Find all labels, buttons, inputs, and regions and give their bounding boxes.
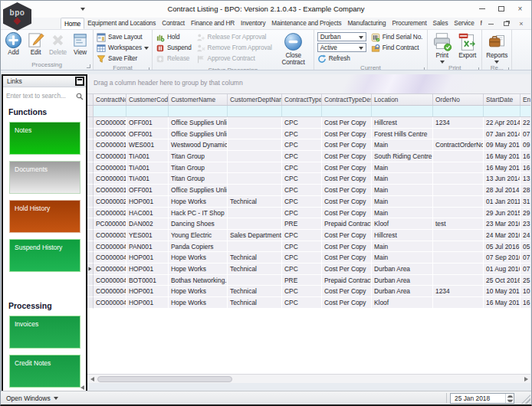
cell[interactable]	[228, 275, 282, 286]
cell[interactable]: Cost Per Copy	[322, 129, 372, 140]
cell[interactable]: Hope Works	[169, 252, 228, 264]
mdi-close-button[interactable]: ×	[514, 18, 529, 29]
cell[interactable]: Hack PC - IT Shop	[169, 208, 228, 219]
cell[interactable]: Main	[372, 241, 433, 253]
cell[interactable]: 10 May 2017	[484, 286, 521, 297]
filter-cell[interactable]	[322, 106, 372, 116]
cell[interactable]: CPC	[282, 151, 322, 162]
cell[interactable]: OFF001	[126, 129, 169, 140]
add-button[interactable]: Add	[2, 31, 25, 57]
cell[interactable]: Cost Per Copy	[322, 286, 372, 297]
cell[interactable]: Durban Area	[372, 264, 433, 275]
cell[interactable]: CO0000042	[94, 252, 126, 264]
cell[interactable]: Main	[372, 185, 433, 196]
cell[interactable]: 09	[521, 139, 530, 151]
cell[interactable]: CPC	[282, 297, 322, 309]
cell[interactable]: Main	[372, 139, 433, 151]
filter-cell[interactable]	[94, 106, 126, 116]
cell[interactable]: 10	[521, 286, 530, 297]
cell[interactable]: YES001	[126, 230, 169, 241]
cell[interactable]: CPC	[282, 185, 322, 196]
cell[interactable]: CO0000011	[94, 139, 126, 151]
column-header-contracttype[interactable]: ContractType	[282, 94, 322, 105]
cell[interactable]	[228, 139, 282, 151]
cell[interactable]: CO0000016	[94, 173, 126, 185]
cell[interactable]: CPC	[282, 117, 322, 129]
cell[interactable]: Cost Per Copy	[322, 151, 372, 162]
cell[interactable]: 16	[521, 162, 530, 174]
invoices-button[interactable]: Invoices	[9, 316, 80, 349]
cell[interactable]: DAN002	[126, 218, 169, 230]
cell[interactable]: CO0000020	[94, 196, 126, 208]
cell[interactable]: Cost Per Copy	[322, 264, 372, 275]
column-header-customerdeptname[interactable]: CustomerDeptName	[228, 94, 282, 105]
cell[interactable]: 29	[521, 208, 530, 219]
cell[interactable]: Cost Per Copy	[322, 208, 372, 219]
scroll-left-button[interactable]	[87, 375, 97, 383]
cell[interactable]: Cost Per Copy	[322, 241, 372, 253]
save-filter-button[interactable]: Save Filter	[95, 54, 150, 64]
cell[interactable]: ContractOrderNo	[433, 139, 484, 151]
maximize-button[interactable]	[491, 1, 511, 17]
branch-filter-select[interactable]: Durban	[317, 32, 366, 41]
cell[interactable]	[433, 264, 484, 275]
cell[interactable]: CPC	[282, 139, 322, 151]
cell[interactable]: CPC	[282, 252, 322, 264]
cell[interactable]: 13 Jun 2014	[484, 173, 521, 185]
cell[interactable]: Hillcrest	[372, 117, 433, 129]
filter-cell[interactable]	[126, 106, 169, 116]
hold-button[interactable]: Hold	[154, 32, 193, 42]
cell[interactable]: 16 May 2014	[484, 151, 521, 162]
tab-service[interactable]: Service	[451, 18, 477, 29]
cell[interactable]	[433, 185, 484, 196]
cell[interactable]: WES001	[126, 139, 169, 151]
reports-button[interactable]: Reports	[484, 31, 510, 64]
cell[interactable]: Cost Per Copy	[322, 139, 372, 151]
mdi-restore-button[interactable]	[498, 18, 514, 29]
cell[interactable]	[228, 185, 282, 196]
table-row[interactable]: CO0000011WES001Westwood DynamicCPCCost P…	[87, 139, 530, 151]
cell[interactable]: Sales Department	[228, 230, 282, 241]
table-row[interactable]: CO0000044BOT0001Bothas Networking...PREP…	[87, 275, 530, 286]
cell[interactable]: 25	[521, 275, 530, 286]
cell[interactable]: 28	[521, 185, 530, 196]
cell[interactable]: Cost Per Copy	[322, 297, 372, 309]
cell[interactable]: CPC	[282, 162, 322, 174]
cell[interactable]	[228, 241, 282, 253]
cell[interactable]: TIA001	[126, 151, 169, 162]
cell[interactable]: Cost Per Copy	[322, 252, 372, 264]
cell[interactable]: PC0000001	[94, 218, 126, 230]
cell[interactable]: 1234	[433, 286, 484, 297]
cell[interactable]: 13	[521, 173, 530, 185]
date-field[interactable]: 25 Jan 2018	[450, 393, 514, 404]
suspend-button[interactable]: Suspend	[154, 43, 193, 53]
view-button[interactable]: View	[69, 31, 91, 57]
cell[interactable]: HOP001	[126, 252, 169, 264]
cell[interactable]: HOP001	[126, 297, 169, 309]
cell[interactable]: TIA001	[126, 162, 169, 174]
cell[interactable]: Cost Per Copy	[322, 196, 372, 208]
cell[interactable]: Main	[372, 162, 433, 174]
filter-cell[interactable]	[169, 106, 228, 116]
close-button[interactable]: ×	[511, 1, 530, 17]
cell[interactable]: TIA001	[126, 173, 169, 185]
filter-cell[interactable]	[282, 106, 322, 116]
cell[interactable]: Hope Works	[169, 286, 228, 297]
cell[interactable]: Office Supplies Unli...	[169, 129, 228, 140]
cell[interactable]: Hillcrest	[372, 230, 433, 241]
filter-cell[interactable]	[372, 106, 433, 116]
filter-cell[interactable]	[521, 106, 530, 116]
cell[interactable]: Office Supplies Unli...	[169, 117, 228, 129]
mdi-minimize-button[interactable]	[483, 18, 498, 29]
cell[interactable]: Main	[372, 252, 433, 264]
cell[interactable]: PRE	[282, 275, 322, 286]
table-row[interactable]: CO0000042HOP001Hope WorksTechnicalCPCCos…	[87, 252, 530, 264]
cell[interactable]: 25 Oct 2016	[484, 275, 521, 286]
sidebar-scroll-arrow-icon[interactable]	[80, 385, 84, 390]
cell[interactable]	[433, 230, 484, 241]
cell[interactable]: Technical	[228, 196, 282, 208]
cell[interactable]: CPC	[282, 241, 322, 253]
cell[interactable]	[433, 275, 484, 286]
cell[interactable]: Hope Works	[169, 196, 228, 208]
cell[interactable]: 07	[521, 129, 530, 140]
